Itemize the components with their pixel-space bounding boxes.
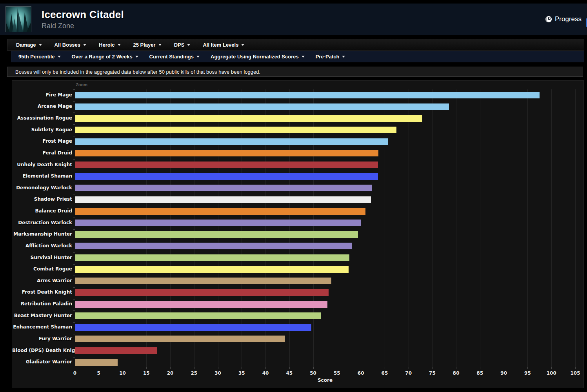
category-label: Enhancement Shaman bbox=[12, 324, 72, 330]
y-axis-tick bbox=[73, 310, 75, 311]
x-axis-tick bbox=[75, 367, 75, 369]
bar-gladiator-warrior[interactable] bbox=[75, 359, 118, 366]
x-axis-tick bbox=[242, 367, 242, 369]
x-axis-tick bbox=[480, 367, 480, 369]
category-label: Fire Mage bbox=[12, 92, 72, 98]
x-axis-tick bbox=[527, 367, 528, 369]
x-tick-label: 20 bbox=[167, 370, 174, 376]
x-tick-label: 85 bbox=[477, 370, 483, 376]
x-axis-tick bbox=[194, 367, 194, 369]
y-axis-tick bbox=[73, 124, 75, 125]
filter-difficulty[interactable]: Heroic bbox=[93, 39, 127, 50]
x-tick-label: 60 bbox=[358, 370, 364, 376]
y-axis-tick bbox=[73, 276, 75, 276]
filter-damage[interactable]: Damage bbox=[10, 39, 48, 50]
caret-down-icon bbox=[135, 56, 138, 58]
caret-down-icon bbox=[58, 56, 61, 58]
bar-arms-warrior[interactable] bbox=[75, 278, 331, 284]
y-axis-tick bbox=[73, 218, 75, 218]
bar-fury-warrior[interactable] bbox=[75, 336, 285, 342]
filter-percentile-label: 95th Percentile bbox=[18, 54, 55, 60]
y-axis-tick bbox=[73, 264, 75, 265]
bar-blood-dps-death-knight[interactable] bbox=[75, 347, 157, 354]
x-axis-tick bbox=[337, 367, 337, 369]
caret-down-icon bbox=[118, 44, 121, 46]
bar-shadow-priest[interactable] bbox=[75, 196, 371, 203]
bar-balance-druid[interactable] bbox=[75, 208, 365, 215]
x-axis-tick bbox=[99, 367, 99, 369]
bar-survival-hunter[interactable] bbox=[75, 254, 349, 261]
bar-elemental-shaman[interactable] bbox=[75, 173, 378, 180]
bar-enhancement-shaman[interactable] bbox=[75, 324, 311, 331]
aggregation-notice: Bosses will only be included in the aggr… bbox=[7, 67, 583, 77]
bar-arcane-mage[interactable] bbox=[75, 103, 449, 110]
bar-frost-death-knight[interactable] bbox=[75, 289, 329, 296]
y-axis-tick bbox=[73, 159, 75, 160]
y-axis-tick bbox=[73, 89, 75, 90]
category-label: Unholy Death Knight bbox=[12, 162, 72, 167]
x-tick-label: 5 bbox=[97, 370, 100, 376]
bar-beast-mastery-hunter[interactable] bbox=[75, 312, 321, 319]
category-label: Balance Druid bbox=[12, 208, 72, 214]
filter-patch[interactable]: Pre-Patch bbox=[310, 51, 351, 62]
bar-fire-mage[interactable] bbox=[75, 92, 540, 98]
bar-subtlety-rogue[interactable] bbox=[75, 127, 396, 133]
filter-metric[interactable]: DPS bbox=[168, 39, 197, 50]
filter-percentile[interactable]: 95th Percentile bbox=[13, 51, 66, 62]
filter-aggregation-label: Aggregate Using Normalized Scores bbox=[211, 54, 299, 60]
x-tick-label: 105 bbox=[570, 370, 580, 376]
x-axis-tick bbox=[123, 367, 123, 369]
grid-line bbox=[409, 89, 409, 368]
filter-date-range-label: Over a Range of 2 Weeks bbox=[72, 54, 133, 60]
bar-retribution-paladin[interactable] bbox=[75, 301, 327, 308]
x-axis-tick bbox=[361, 367, 361, 369]
filter-difficulty-label: Heroic bbox=[99, 42, 114, 48]
x-tick-label: 50 bbox=[310, 370, 316, 376]
category-label: Survival Hunter bbox=[12, 255, 72, 260]
x-tick-label: 30 bbox=[214, 370, 221, 376]
notice-text: Bosses will only be included in the aggr… bbox=[15, 69, 260, 75]
x-tick-label: 95 bbox=[524, 370, 531, 376]
filter-date-range[interactable]: Over a Range of 2 Weeks bbox=[66, 51, 144, 62]
category-label: Shadow Priest bbox=[12, 196, 72, 202]
x-axis-tick bbox=[456, 367, 456, 369]
progress-link[interactable]: Progress bbox=[545, 15, 582, 23]
bar-frost-mage[interactable] bbox=[75, 138, 388, 145]
y-axis-tick bbox=[73, 252, 75, 253]
bar-unholy-death-knight[interactable] bbox=[75, 162, 378, 168]
grid-line bbox=[432, 89, 433, 368]
x-tick-label: 35 bbox=[238, 370, 245, 376]
page-title: Icecrown Citadel bbox=[42, 9, 124, 21]
filter-item-levels[interactable]: All Item Levels bbox=[196, 39, 251, 50]
filter-aggregation[interactable]: Aggregate Using Normalized Scores bbox=[205, 51, 310, 62]
filter-all-bosses-label: All Bosses bbox=[55, 42, 80, 48]
chart-zoom-label: Zoom bbox=[76, 82, 87, 87]
filter-metric-label: DPS bbox=[174, 42, 185, 48]
bar-affliction-warlock[interactable] bbox=[75, 243, 352, 249]
bar-feral-druid[interactable] bbox=[75, 150, 378, 156]
bar-marksmanship-hunter[interactable] bbox=[75, 231, 358, 238]
primary-filter-bar: Damage All Bosses Heroic 25 Player DPS A… bbox=[7, 39, 584, 51]
bar-destruction-warlock[interactable] bbox=[75, 220, 361, 226]
y-axis-tick bbox=[73, 299, 75, 299]
bar-combat-rogue[interactable] bbox=[75, 266, 349, 273]
filter-standings[interactable]: Current Standings bbox=[144, 51, 205, 62]
bar-demonology-warlock[interactable] bbox=[75, 185, 372, 191]
filter-raid-size[interactable]: 25 Player bbox=[127, 39, 168, 50]
x-axis-tick bbox=[289, 367, 290, 369]
filter-all-bosses[interactable]: All Bosses bbox=[48, 39, 93, 50]
x-tick-label: 0 bbox=[73, 370, 76, 376]
category-label: Arms Warrior bbox=[12, 278, 72, 283]
filter-patch-label: Pre-Patch bbox=[316, 54, 340, 60]
x-tick-label: 75 bbox=[429, 370, 436, 376]
category-label: Feral Druid bbox=[12, 150, 72, 156]
caret-down-icon bbox=[187, 44, 190, 46]
filter-raid-size-label: 25 Player bbox=[133, 42, 156, 48]
x-axis-title: Score bbox=[318, 377, 333, 383]
category-label: Beast Mastery Hunter bbox=[12, 313, 72, 318]
category-label: Subtlety Rogue bbox=[12, 127, 72, 132]
x-axis-tick bbox=[504, 367, 504, 369]
y-axis-tick bbox=[73, 241, 75, 241]
bar-assassination-rogue[interactable] bbox=[75, 115, 422, 122]
caret-down-icon bbox=[342, 56, 345, 58]
